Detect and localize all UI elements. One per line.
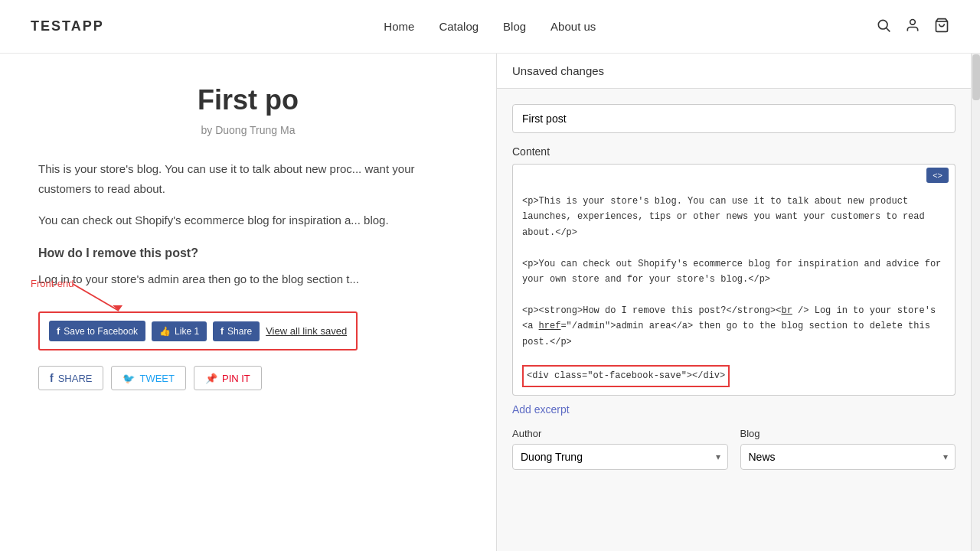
nav-blog[interactable]: Blog xyxy=(503,20,526,33)
author-select[interactable]: Duong Trung xyxy=(512,444,728,470)
fb-like-label: Like 1 xyxy=(175,326,199,337)
svg-line-1 xyxy=(887,28,890,31)
panel-body: Content <> <p>This is your store's blog.… xyxy=(497,89,971,551)
blog-title: First po xyxy=(38,84,458,116)
content-line-1: <p>This is your store's blog. You can us… xyxy=(522,194,946,240)
content-line-3: <p><strong>How do I remove this post?</s… xyxy=(522,303,946,350)
content-section: Content <> <p>This is your store's blog.… xyxy=(512,145,956,396)
fb-save-label: Save to Facebook xyxy=(64,326,138,337)
fb-f-icon: f xyxy=(57,325,60,337)
right-panel: Unsaved changes Content <> <p>This is yo… xyxy=(496,54,971,551)
cart-icon[interactable] xyxy=(934,18,949,36)
site-logo: TESTAPP xyxy=(31,18,104,34)
fb-like-button[interactable]: 👍 Like 1 xyxy=(152,321,207,341)
blog-select-wrapper: News Main Blog xyxy=(740,444,956,470)
fb-save-button[interactable]: f Save to Facebook xyxy=(49,321,145,341)
main-layout: First po by Duong Trung Ma This is your … xyxy=(0,54,980,551)
blog-label: Blog xyxy=(740,428,956,439)
share-twitter-button[interactable]: 🐦 TWEET xyxy=(111,366,186,390)
thumbs-up-icon: 👍 xyxy=(159,326,171,337)
facebook-icon: f xyxy=(50,372,54,384)
main-nav: Home Catalog Blog About us xyxy=(384,20,596,33)
blog-select[interactable]: News Main Blog xyxy=(740,444,956,470)
svg-point-2 xyxy=(910,19,916,24)
account-icon[interactable] xyxy=(905,18,920,36)
header-actions xyxy=(876,18,949,36)
author-field-group: Author Duong Trung xyxy=(512,428,728,470)
content-line-4: <div class="ot-facebook-save"></div> xyxy=(522,365,946,386)
scrollbar-track[interactable] xyxy=(971,54,980,551)
fb-view-all-link[interactable]: View all link saved xyxy=(266,325,347,337)
blog-area: First po by Duong Trung Ma This is your … xyxy=(0,54,496,551)
content-label: Content xyxy=(512,145,956,158)
content-editor[interactable]: <p>This is your store's blog. You can us… xyxy=(512,186,956,396)
blog-para-2: You can check out Shopify's ecommerce bl… xyxy=(38,210,458,230)
share-facebook-button[interactable]: f SHARE xyxy=(38,366,103,390)
blog-para-1: This is your store's blog. You can use i… xyxy=(38,159,458,198)
site-header: TESTAPP Home Catalog Blog About us xyxy=(0,0,980,54)
nav-about[interactable]: About us xyxy=(550,20,596,33)
blog-meta: by Duong Trung Ma xyxy=(38,124,458,136)
blog-subheading: How do I remove this post? xyxy=(38,243,458,263)
nav-catalog[interactable]: Catalog xyxy=(439,20,479,33)
fb-share-label: Share xyxy=(227,326,252,337)
highlighted-div-code: <div class="ot-facebook-save"></div> xyxy=(522,365,730,386)
share-pinterest-button[interactable]: 📌 PIN IT xyxy=(194,366,262,390)
frontend-annotation-label: Front-end xyxy=(31,278,74,289)
annotation-arrow xyxy=(73,284,134,322)
blog-body: This is your store's blog. You can use i… xyxy=(38,159,458,289)
fb-share-button[interactable]: f Share xyxy=(213,321,260,341)
html-code-button[interactable]: <> xyxy=(926,168,949,183)
content-line-2: <p>You can check out Shopify's ecommerce… xyxy=(522,256,946,288)
pinterest-icon: 📌 xyxy=(205,373,217,384)
svg-line-4 xyxy=(73,284,119,311)
twitter-icon: 🐦 xyxy=(122,373,135,384)
share-pinterest-label: PIN IT xyxy=(222,373,250,384)
author-label: Author xyxy=(512,428,728,439)
author-blog-row: Author Duong Trung Blog News Main Blog xyxy=(512,428,956,470)
scrollbar-thumb[interactable] xyxy=(972,54,980,100)
fb-f-icon2: f xyxy=(220,326,224,337)
author-select-wrapper: Duong Trung xyxy=(512,444,728,470)
post-title-input[interactable] xyxy=(512,104,956,133)
share-facebook-label: SHARE xyxy=(58,373,93,384)
nav-home[interactable]: Home xyxy=(384,20,414,33)
content-toolbar: <> xyxy=(512,164,956,186)
panel-header: Unsaved changes xyxy=(497,54,971,89)
add-excerpt-link[interactable]: Add excerpt xyxy=(512,403,956,416)
blog-field-group: Blog News Main Blog xyxy=(740,428,956,470)
svg-point-0 xyxy=(878,20,887,29)
search-icon[interactable] xyxy=(876,18,891,36)
share-twitter-label: TWEET xyxy=(139,373,175,384)
social-share-buttons: f SHARE 🐦 TWEET 📌 PIN IT xyxy=(38,366,458,390)
